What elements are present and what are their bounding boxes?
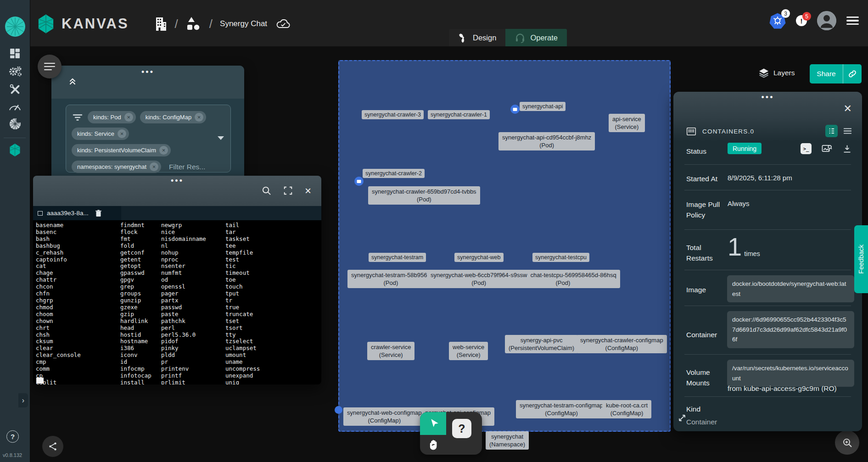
filter-chip[interactable]: kinds: Pod × (88, 111, 136, 123)
close-icon[interactable]: × (305, 187, 311, 195)
node-label-testram-pod[interactable]: synergychat-testram-58b9567 (Pod) (347, 270, 434, 288)
field-label: Started At (686, 173, 717, 184)
resource-graph-button[interactable] (42, 436, 63, 457)
node-label-crawler-service[interactable]: crawler-service (Service) (367, 342, 414, 360)
meshery-logo-icon[interactable] (0, 17, 30, 37)
field-label: Kind (686, 404, 700, 414)
workload-badge-icon (510, 105, 520, 114)
remove-chip-icon[interactable]: × (150, 162, 158, 171)
node-label-api-pod[interactable]: synergychat-api-cd954ccbf-j8mhz (Pod) (498, 132, 595, 150)
field-value: 8/9/2025, 6:11:28 pm (728, 174, 792, 182)
canvas-help-button[interactable]: ? (452, 419, 471, 438)
node-label-web-configmap[interactable]: synergychat-web-configmap (ConfigMap) (343, 407, 426, 426)
remove-chip-icon[interactable]: × (159, 146, 168, 155)
header-actions: 3 ! 5 (769, 11, 859, 30)
download-icon[interactable] (842, 144, 852, 154)
cursor-tool-button[interactable] (420, 412, 446, 435)
zoom-in-button[interactable] (835, 430, 859, 455)
copy-link-button[interactable] (843, 64, 862, 83)
project-name[interactable]: Synergy Chat (220, 19, 267, 28)
field-value-box[interactable]: docker://6d96990655cc952b4423304f3c57d66… (727, 311, 854, 348)
workspace-shapes-icon[interactable] (185, 17, 202, 31)
filter-input-placeholder[interactable]: Filter Res... (165, 163, 205, 171)
share-button[interactable]: Share (810, 64, 843, 83)
kubernetes-context-button[interactable]: 3 (769, 12, 786, 29)
trash-icon[interactable] (95, 210, 101, 217)
filter-panel-header[interactable]: ••• (51, 66, 244, 99)
rail-expand-chevron[interactable]: › (18, 393, 28, 407)
field-value-box[interactable]: /var/run/secrets/kubernetes.io/serviceac… (727, 360, 854, 387)
list-view-button[interactable] (843, 128, 852, 134)
filter-funnel-icon (72, 114, 84, 121)
drag-handle-icon[interactable]: ••• (673, 92, 862, 100)
restarts-value: 1 times (728, 234, 760, 260)
node-label-namespace[interactable]: synergychat (Namespace) (486, 431, 529, 450)
node-label-crawler-configmap[interactable]: synergychat-crawler-configmap (ConfigMap… (577, 335, 667, 353)
filter-chip[interactable]: kinds: PersistentVolumeClaim × (72, 144, 171, 156)
tab-design[interactable]: Design (449, 29, 505, 46)
sidebar-item-tools[interactable] (0, 83, 30, 95)
sidebar-item-settings[interactable] (0, 65, 30, 78)
notification-button[interactable]: ! 5 (796, 15, 807, 26)
help-button[interactable]: ? (6, 430, 19, 443)
pod-label[interactable]: synergychat-crawler-1 (428, 110, 490, 119)
filter-menu-button[interactable] (38, 55, 62, 78)
node-label-web-service[interactable]: web-service (Service) (449, 342, 488, 360)
sidebar-item-kanvas-active[interactable] (0, 143, 30, 157)
open-terminal-button[interactable]: >_ (801, 143, 812, 154)
filter-chip[interactable]: kinds: ConfigMap × (140, 111, 206, 123)
resize-icon[interactable] (678, 414, 686, 422)
terminal-output[interactable]: basename basenc bash bashbug c_rehash ca… (33, 220, 321, 384)
details-panel-header[interactable]: ••• ✕ CONTAINERS.0 (673, 92, 862, 141)
avatar[interactable] (817, 11, 836, 30)
search-icon[interactable] (262, 186, 271, 195)
hand-tool-button[interactable] (420, 435, 446, 455)
filter-chip[interactable]: kinds: Service × (72, 128, 129, 140)
filter-chip[interactable]: namespaces: synergychat × (72, 161, 161, 173)
pod-label[interactable]: synergychat-crawler-2 (363, 169, 425, 178)
remove-chip-icon[interactable]: × (118, 129, 126, 138)
node-label-kube-root-ca[interactable]: kube-root-ca.crt (ConfigMap) (602, 400, 651, 418)
drag-handle-icon[interactable]: ••• (51, 66, 244, 74)
close-icon[interactable]: ✕ (844, 104, 852, 114)
node-label-api-pvc[interactable]: synergy-api-pvc (PersistentVolumeClaim) (505, 335, 578, 353)
field-label: Status (686, 146, 706, 156)
terminal-tab[interactable]: aaaa39e3-8a... (33, 206, 121, 220)
canvas-toolbar: ? (420, 412, 482, 455)
terminal-header[interactable]: ••• × (33, 176, 321, 206)
drag-handle-icon[interactable]: ••• (33, 176, 321, 183)
tab-operate[interactable]: Operate (505, 29, 567, 46)
kanvas-logo-icon[interactable] (37, 14, 55, 34)
layers-button[interactable]: Layers (758, 67, 795, 78)
node-label-crawler-pod[interactable]: synergychat-crawler-659bd97cd4-tvbbs (Po… (368, 186, 480, 205)
node-label-api-service[interactable]: api-service (Service) (609, 114, 645, 132)
fullscreen-icon[interactable] (284, 186, 292, 195)
notification-count-badge: 5 (802, 12, 811, 21)
remove-chip-icon[interactable]: × (124, 113, 133, 122)
chevron-down-icon[interactable] (218, 136, 224, 140)
remove-chip-icon[interactable]: × (195, 113, 203, 122)
pod-label[interactable]: synergychat-web (454, 253, 504, 262)
node-label-web-pod[interactable]: synergychat-web-6ccb79f964-s9ssw (Pod) (427, 270, 531, 288)
organization-icon[interactable] (154, 16, 168, 32)
pod-label[interactable]: synergychat-testcpu (532, 253, 589, 262)
filter-input-area[interactable]: kinds: Pod × kinds: ConfigMap × kinds: S… (66, 105, 231, 173)
pod-label[interactable]: synergychat-testram (369, 253, 426, 262)
menu-icon[interactable] (846, 14, 859, 27)
sidebar-item-performance[interactable] (0, 102, 30, 111)
tree-view-button[interactable] (825, 125, 838, 137)
pod-label[interactable]: synergychat-api (520, 102, 566, 111)
image-search-icon[interactable] (822, 144, 832, 154)
filter-panel: ••• kinds: Pod × kinds: ConfigMap × kind… (51, 66, 244, 181)
share-button-group: Share (810, 64, 862, 83)
brand-name[interactable]: KANVAS (62, 16, 129, 32)
collapse-icon[interactable] (68, 77, 77, 86)
sidebar-item-mesh[interactable] (0, 117, 30, 131)
pod-label[interactable]: synergychat-crawler-3 (362, 110, 424, 119)
node-label-testram-configmap[interactable]: synergychat-testram-configmap (ConfigMap… (516, 400, 607, 418)
feedback-tab[interactable]: Feedback (854, 225, 868, 293)
sidebar-item-dashboard[interactable] (0, 48, 30, 59)
field-value-box[interactable]: docker.io/bootdotdev/synergychat-web:lat… (727, 275, 854, 302)
field-label: Container (686, 329, 717, 340)
cloud-sync-icon (275, 18, 291, 30)
